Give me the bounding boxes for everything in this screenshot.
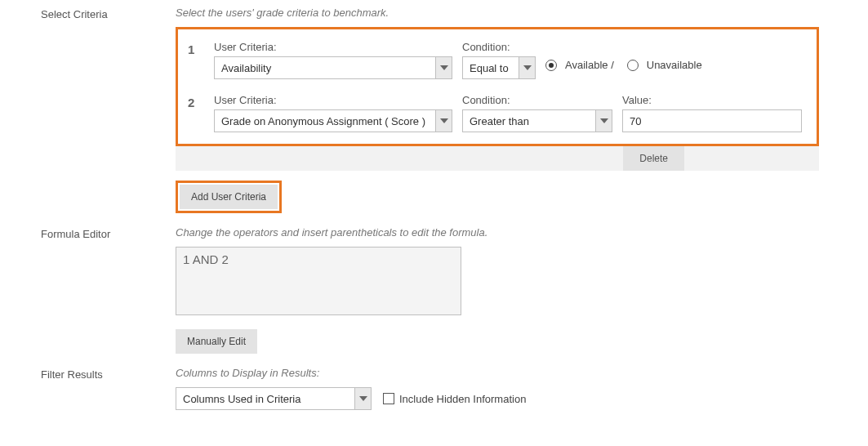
radio-unavailable[interactable] [627,60,639,71]
formula-textarea [176,247,461,315]
radio-available[interactable] [545,60,557,71]
condition-label: Condition: [462,41,536,53]
criteria-row-number: 2 [188,94,204,109]
condition-value: Greater than [470,115,529,127]
value-label: Value: [622,94,802,106]
section-label-select-criteria: Select Criteria [0,7,176,20]
user-criteria-label: User Criteria: [214,41,452,53]
condition-value: Equal to [470,62,509,74]
section-label-filter-results: Filter Results [0,367,176,381]
columns-display-select[interactable]: Columns Used in Criteria [176,387,372,410]
user-criteria-select[interactable]: Availability [214,56,452,79]
user-criteria-label: User Criteria: [214,94,452,106]
user-criteria-value: Grade on Anonymous Assignment ( Score ) [221,115,425,127]
chevron-down-icon [435,110,452,132]
include-hidden-label: Include Hidden Information [399,393,526,405]
chevron-down-icon [595,110,612,132]
delete-bar: Delete [176,146,819,171]
chevron-down-icon [519,57,535,78]
value-input[interactable] [622,109,802,132]
delete-button[interactable]: Delete [623,146,684,171]
filter-results-hint: Columns to Display in Results: [176,367,819,379]
radio-unavailable-label: Unavailable [647,59,702,71]
chevron-down-icon [354,388,371,409]
manually-edit-button[interactable]: Manually Edit [176,329,257,354]
add-user-criteria-button[interactable]: Add User Criteria [180,185,278,209]
condition-select[interactable]: Greater than [462,109,612,132]
select-criteria-hint: Select the users' grade criteria to benc… [176,7,819,19]
formula-editor-hint: Change the operators and insert parenthe… [176,226,819,239]
criteria-row: 1 User Criteria: Availability Condition:… [188,38,807,91]
condition-label: Condition: [462,94,612,106]
include-hidden-checkbox[interactable] [383,393,394,404]
radio-available-label: Available / [565,59,614,71]
condition-select[interactable]: Equal to [462,56,536,79]
criteria-row-number: 1 [188,41,204,56]
criteria-highlight-box: 1 User Criteria: Availability Condition:… [176,27,819,146]
user-criteria-select[interactable]: Grade on Anonymous Assignment ( Score ) [214,109,452,132]
user-criteria-value: Availability [221,62,271,74]
include-hidden-label-wrap[interactable]: Include Hidden Information [383,393,526,405]
add-criteria-highlight-box: Add User Criteria [176,181,282,213]
chevron-down-icon [435,57,452,78]
criteria-row: 2 User Criteria: Grade on Anonymous Assi… [188,91,807,136]
columns-display-value: Columns Used in Criteria [183,393,301,405]
section-label-formula-editor: Formula Editor [0,226,176,240]
